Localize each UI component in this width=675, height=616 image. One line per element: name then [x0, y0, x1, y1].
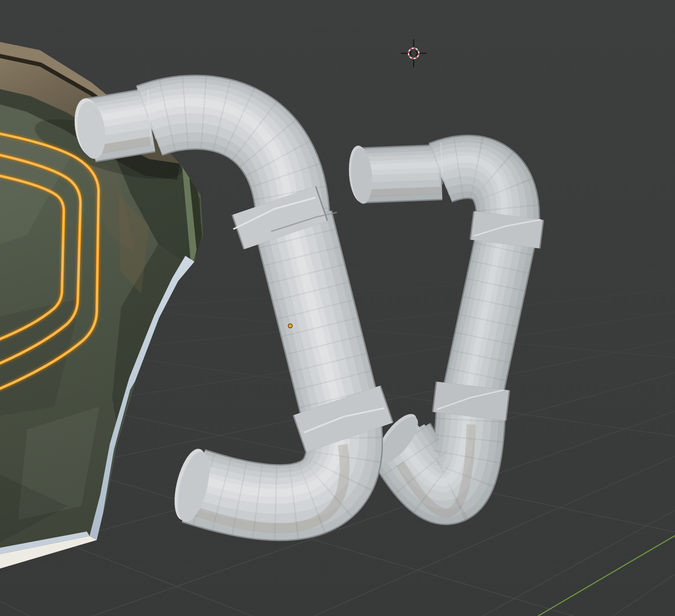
pipe-collar: [474, 216, 541, 244]
object-origin-dot: [288, 324, 293, 328]
viewport-canvas[interactable]: [0, 0, 675, 616]
pipe-collar: [437, 386, 504, 416]
